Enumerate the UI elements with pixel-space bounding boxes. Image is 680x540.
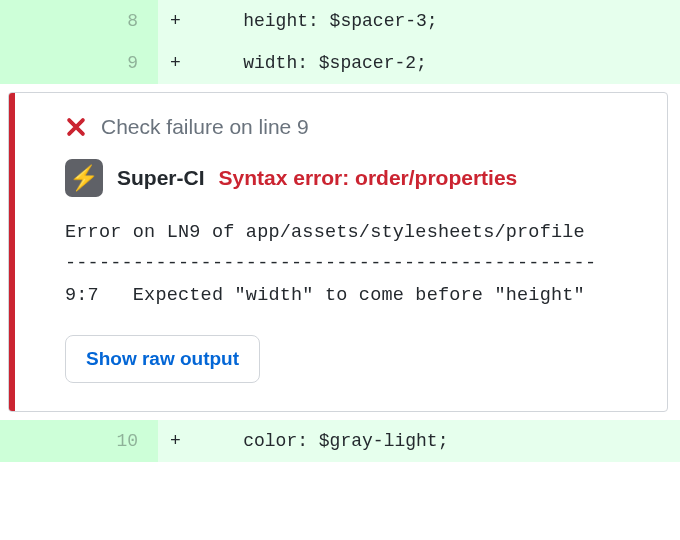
diff-code: width: $spacer-2;	[200, 53, 427, 73]
app-name: Super-CI	[117, 166, 205, 190]
diff-line: 9 + width: $spacer-2;	[0, 42, 680, 84]
x-failure-icon	[65, 116, 87, 138]
line-number: 9	[0, 42, 158, 84]
error-body: Error on LN9 of app/assets/stylesheets/p…	[65, 217, 639, 311]
diff-line-content: + color: $gray-light;	[158, 420, 680, 462]
diff-code: height: $spacer-3;	[200, 11, 438, 31]
diff-line: 8 + height: $spacer-3;	[0, 0, 680, 42]
diff-line-content: + height: $spacer-3;	[158, 0, 680, 42]
line-number: 8	[0, 0, 158, 42]
annotation-header: Check failure on line 9	[65, 115, 639, 139]
diff-line-content: + width: $spacer-2;	[158, 42, 680, 84]
error-accent-bar	[9, 93, 15, 411]
diff-sign: +	[170, 431, 200, 451]
diff-code: color: $gray-light;	[200, 431, 448, 451]
annotation-header-text: Check failure on line 9	[101, 115, 309, 139]
line-number: 10	[0, 420, 158, 462]
diff-sign: +	[170, 11, 200, 31]
error-label: Syntax error: order/properties	[219, 166, 518, 190]
diff-line: 10 + color: $gray-light;	[0, 420, 680, 462]
app-badge-icon: ⚡	[65, 159, 103, 197]
annotation-title-row: ⚡ Super-CI Syntax error: order/propertie…	[65, 159, 639, 197]
show-raw-output-button[interactable]: Show raw output	[65, 335, 260, 383]
check-annotation-card: Check failure on line 9 ⚡ Super-CI Synta…	[8, 92, 668, 412]
diff-sign: +	[170, 53, 200, 73]
